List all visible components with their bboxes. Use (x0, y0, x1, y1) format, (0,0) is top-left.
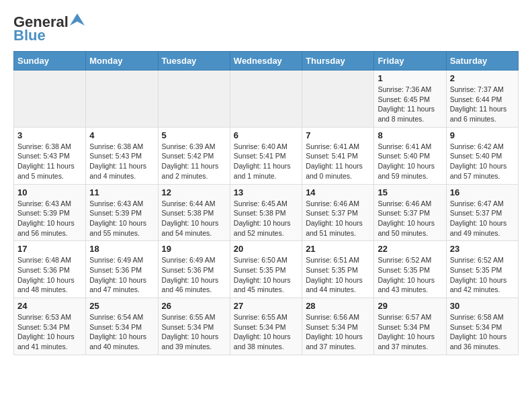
day-number: 8 (378, 130, 442, 140)
day-number: 19 (162, 244, 226, 254)
day-info: Sunrise: 6:42 AM Sunset: 5:40 PM Dayligh… (450, 142, 515, 181)
calendar-day-cell: 23Sunrise: 6:52 AM Sunset: 5:35 PM Dayli… (446, 241, 518, 298)
calendar-empty-cell (230, 71, 302, 128)
day-number: 25 (89, 301, 154, 311)
day-info: Sunrise: 6:49 AM Sunset: 5:36 PM Dayligh… (162, 255, 226, 295)
calendar-day-cell: 24Sunrise: 6:53 AM Sunset: 5:34 PM Dayli… (14, 298, 86, 355)
calendar-day-cell: 28Sunrise: 6:56 AM Sunset: 5:34 PM Dayli… (302, 298, 374, 355)
day-info: Sunrise: 6:46 AM Sunset: 5:37 PM Dayligh… (306, 199, 370, 238)
calendar-day-cell: 29Sunrise: 6:57 AM Sunset: 5:34 PM Dayli… (374, 298, 446, 355)
day-info: Sunrise: 6:55 AM Sunset: 5:34 PM Dayligh… (234, 312, 298, 352)
calendar-day-cell: 6Sunrise: 6:40 AM Sunset: 5:41 PM Daylig… (230, 127, 302, 184)
day-info: Sunrise: 6:38 AM Sunset: 5:43 PM Dayligh… (89, 142, 154, 181)
calendar-day-cell: 19Sunrise: 6:49 AM Sunset: 5:36 PM Dayli… (158, 241, 230, 298)
calendar-day-cell: 9Sunrise: 6:42 AM Sunset: 5:40 PM Daylig… (446, 127, 518, 184)
day-number: 3 (17, 130, 82, 140)
day-number: 4 (89, 130, 154, 140)
day-info: Sunrise: 6:49 AM Sunset: 5:36 PM Dayligh… (89, 255, 154, 295)
day-info: Sunrise: 6:43 AM Sunset: 5:39 PM Dayligh… (89, 199, 154, 238)
svg-marker-0 (70, 13, 85, 26)
day-info: Sunrise: 6:44 AM Sunset: 5:38 PM Dayligh… (162, 199, 226, 238)
day-number: 28 (306, 301, 370, 311)
day-info: Sunrise: 6:48 AM Sunset: 5:36 PM Dayligh… (17, 255, 82, 295)
calendar-week-row: 10Sunrise: 6:43 AM Sunset: 5:39 PM Dayli… (14, 184, 519, 241)
day-info: Sunrise: 6:43 AM Sunset: 5:39 PM Dayligh… (17, 199, 82, 238)
calendar-day-cell: 27Sunrise: 6:55 AM Sunset: 5:34 PM Dayli… (230, 298, 302, 355)
calendar-table: SundayMondayTuesdayWednesdayThursdayFrid… (13, 51, 519, 355)
calendar-day-cell: 11Sunrise: 6:43 AM Sunset: 5:39 PM Dayli… (86, 184, 158, 241)
calendar-day-cell: 7Sunrise: 6:41 AM Sunset: 5:41 PM Daylig… (302, 127, 374, 184)
calendar-header-row: SundayMondayTuesdayWednesdayThursdayFrid… (14, 52, 519, 71)
weekday-header-friday: Friday (374, 52, 446, 71)
day-number: 17 (17, 244, 82, 254)
day-info: Sunrise: 6:41 AM Sunset: 5:40 PM Dayligh… (378, 142, 442, 181)
day-number: 9 (450, 130, 515, 140)
day-number: 20 (234, 244, 298, 254)
day-number: 29 (378, 301, 442, 311)
calendar-day-cell: 13Sunrise: 6:45 AM Sunset: 5:38 PM Dayli… (230, 184, 302, 241)
calendar-day-cell: 25Sunrise: 6:54 AM Sunset: 5:34 PM Dayli… (86, 298, 158, 355)
day-info: Sunrise: 6:52 AM Sunset: 5:35 PM Dayligh… (378, 255, 442, 295)
day-number: 22 (378, 244, 442, 254)
day-info: Sunrise: 6:45 AM Sunset: 5:38 PM Dayligh… (234, 199, 298, 238)
day-info: Sunrise: 6:57 AM Sunset: 5:34 PM Dayligh… (378, 312, 442, 352)
calendar-week-row: 3Sunrise: 6:38 AM Sunset: 5:43 PM Daylig… (14, 127, 519, 184)
page-header: General Blue (13, 13, 519, 44)
day-info: Sunrise: 6:58 AM Sunset: 5:34 PM Dayligh… (450, 312, 515, 352)
day-number: 16 (450, 187, 515, 197)
day-number: 14 (306, 187, 370, 197)
calendar-day-cell: 15Sunrise: 6:46 AM Sunset: 5:37 PM Dayli… (374, 184, 446, 241)
day-info: Sunrise: 6:51 AM Sunset: 5:35 PM Dayligh… (306, 255, 370, 295)
calendar-empty-cell (86, 71, 158, 128)
weekday-header-thursday: Thursday (302, 52, 374, 71)
calendar-week-row: 1Sunrise: 7:36 AM Sunset: 6:45 PM Daylig… (14, 71, 519, 128)
day-info: Sunrise: 6:50 AM Sunset: 5:35 PM Dayligh… (234, 255, 298, 295)
day-number: 5 (162, 130, 226, 140)
calendar-day-cell: 4Sunrise: 6:38 AM Sunset: 5:43 PM Daylig… (86, 127, 158, 184)
calendar-day-cell: 21Sunrise: 6:51 AM Sunset: 5:35 PM Dayli… (302, 241, 374, 298)
calendar-empty-cell (14, 71, 86, 128)
calendar-day-cell: 8Sunrise: 6:41 AM Sunset: 5:40 PM Daylig… (374, 127, 446, 184)
day-info: Sunrise: 7:36 AM Sunset: 6:45 PM Dayligh… (378, 85, 442, 124)
calendar-day-cell: 14Sunrise: 6:46 AM Sunset: 5:37 PM Dayli… (302, 184, 374, 241)
day-number: 11 (89, 187, 154, 197)
day-number: 7 (306, 130, 370, 140)
day-number: 18 (89, 244, 154, 254)
day-number: 27 (234, 301, 298, 311)
calendar-empty-cell (302, 71, 374, 128)
day-number: 24 (17, 301, 82, 311)
calendar-day-cell: 10Sunrise: 6:43 AM Sunset: 5:39 PM Dayli… (14, 184, 86, 241)
day-number: 21 (306, 244, 370, 254)
day-info: Sunrise: 6:41 AM Sunset: 5:41 PM Dayligh… (306, 142, 370, 181)
weekday-header-tuesday: Tuesday (158, 52, 230, 71)
calendar-day-cell: 20Sunrise: 6:50 AM Sunset: 5:35 PM Dayli… (230, 241, 302, 298)
calendar-body: 1Sunrise: 7:36 AM Sunset: 6:45 PM Daylig… (14, 71, 519, 355)
calendar-day-cell: 5Sunrise: 6:39 AM Sunset: 5:42 PM Daylig… (158, 127, 230, 184)
weekday-header-saturday: Saturday (446, 52, 518, 71)
calendar-day-cell: 18Sunrise: 6:49 AM Sunset: 5:36 PM Dayli… (86, 241, 158, 298)
day-info: Sunrise: 6:56 AM Sunset: 5:34 PM Dayligh… (306, 312, 370, 352)
day-info: Sunrise: 6:38 AM Sunset: 5:43 PM Dayligh… (17, 142, 82, 181)
calendar-day-cell: 2Sunrise: 7:37 AM Sunset: 6:44 PM Daylig… (446, 71, 518, 128)
weekday-header-wednesday: Wednesday (230, 52, 302, 71)
calendar-week-row: 24Sunrise: 6:53 AM Sunset: 5:34 PM Dayli… (14, 298, 519, 355)
calendar-day-cell: 16Sunrise: 6:47 AM Sunset: 5:37 PM Dayli… (446, 184, 518, 241)
day-info: Sunrise: 6:39 AM Sunset: 5:42 PM Dayligh… (162, 142, 226, 181)
weekday-header-monday: Monday (86, 52, 158, 71)
day-info: Sunrise: 6:52 AM Sunset: 5:35 PM Dayligh… (450, 255, 515, 295)
day-number: 26 (162, 301, 226, 311)
day-info: Sunrise: 6:54 AM Sunset: 5:34 PM Dayligh… (89, 312, 154, 352)
logo-bird-icon (70, 13, 85, 26)
day-number: 15 (378, 187, 442, 197)
calendar-day-cell: 1Sunrise: 7:36 AM Sunset: 6:45 PM Daylig… (374, 71, 446, 128)
day-info: Sunrise: 6:55 AM Sunset: 5:34 PM Dayligh… (162, 312, 226, 352)
calendar-day-cell: 26Sunrise: 6:55 AM Sunset: 5:34 PM Dayli… (158, 298, 230, 355)
calendar-empty-cell (158, 71, 230, 128)
day-info: Sunrise: 6:53 AM Sunset: 5:34 PM Dayligh… (17, 312, 82, 352)
day-number: 13 (234, 187, 298, 197)
day-number: 1 (378, 73, 442, 83)
day-number: 30 (450, 301, 515, 311)
calendar-day-cell: 3Sunrise: 6:38 AM Sunset: 5:43 PM Daylig… (14, 127, 86, 184)
day-info: Sunrise: 7:37 AM Sunset: 6:44 PM Dayligh… (450, 85, 515, 124)
calendar-day-cell: 12Sunrise: 6:44 AM Sunset: 5:38 PM Dayli… (158, 184, 230, 241)
